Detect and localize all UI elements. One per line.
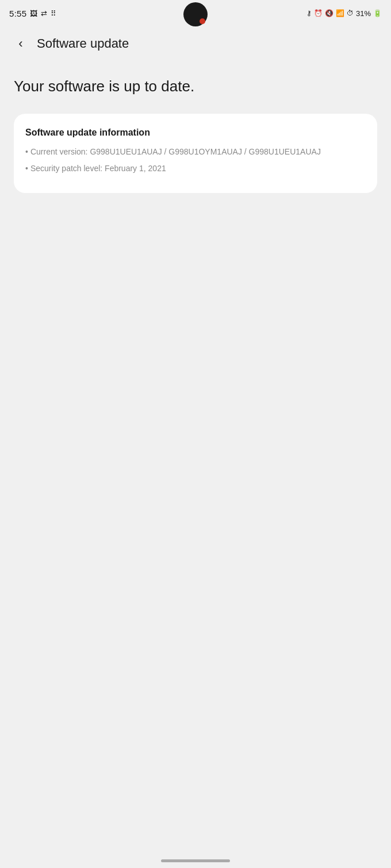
wifi-icon: 📶	[336, 9, 344, 17]
transfer-icon: ⇄	[41, 9, 47, 18]
current-version-text: Current version: G998U1UEU1AUAJ / G998U1…	[30, 146, 321, 158]
info-card-title: Software update information	[25, 128, 366, 138]
security-patch-text: Security patch level: February 1, 2021	[30, 163, 166, 175]
info-card: Software update information • Current ve…	[14, 114, 377, 193]
back-arrow-icon: ‹	[18, 37, 22, 50]
top-navigation: ‹ Software update	[0, 25, 391, 65]
gesture-bar	[161, 859, 230, 862]
battery-text: 31%	[356, 9, 371, 18]
battery-icon: 🔋	[373, 9, 382, 17]
bullet-icon: •	[25, 146, 28, 158]
grid-icon: ⠿	[51, 9, 56, 18]
camera-dot-area	[183, 2, 208, 26]
mute-icon: 🔇	[325, 9, 334, 17]
up-to-date-message: Your software is up to date.	[14, 77, 377, 97]
main-content: Your software is up to date. Software up…	[0, 65, 391, 193]
alarm-icon: ⏰	[314, 9, 323, 17]
status-time: 5:55	[9, 9, 26, 18]
back-button[interactable]: ‹	[8, 31, 33, 56]
gallery-icon: 🖼	[30, 9, 37, 18]
status-right: ⚷ ⏰ 🔇 📶 ⏱ 31% 🔋	[306, 9, 382, 18]
status-left: 5:55 🖼 ⇄ ⠿	[9, 9, 56, 18]
timer-icon: ⏱	[347, 9, 354, 17]
page-title: Software update	[37, 36, 129, 51]
list-item: • Current version: G998U1UEU1AUAJ / G998…	[25, 146, 366, 158]
camera-dot	[183, 2, 208, 26]
status-bar: 5:55 🖼 ⇄ ⠿ ⚷ ⏰ 🔇 📶 ⏱ 31% 🔋	[0, 0, 391, 25]
key-icon: ⚷	[306, 9, 312, 17]
bullet-icon: •	[25, 163, 28, 175]
list-item: • Security patch level: February 1, 2021	[25, 163, 366, 175]
